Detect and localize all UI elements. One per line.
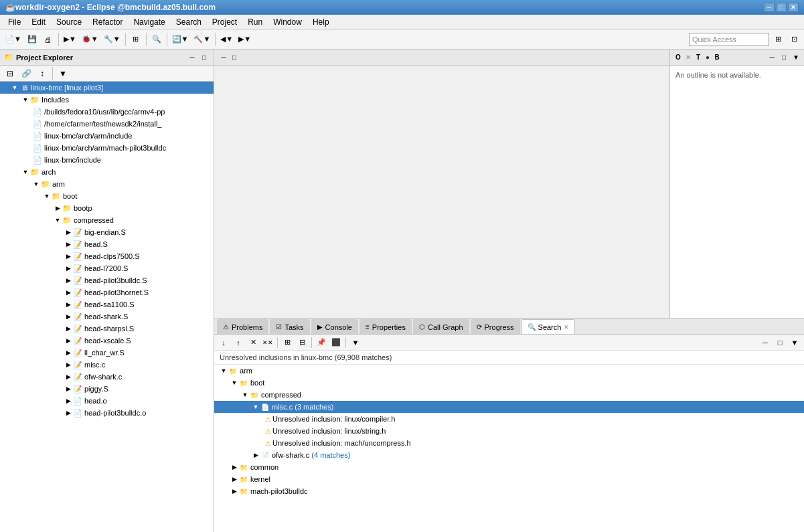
menu-run[interactable]: Run <box>242 16 268 28</box>
run-button[interactable]: ▶▼ <box>62 32 78 47</box>
tree-item-linux-bmc[interactable]: ▼ 🖥 linux-bmc [linux pilot3] <box>0 82 214 94</box>
tree-item-piggy[interactable]: ▶ 📝 piggy.S <box>0 383 214 395</box>
tree-item-head-xscale[interactable]: ▶ 📝 head-xscale.S <box>0 335 214 347</box>
result-kernel[interactable]: ▶ 📁 kernel <box>214 473 804 485</box>
search-next-btn[interactable]: ↓ <box>217 336 230 349</box>
search-toolbar-button[interactable]: 🔍 <box>149 32 164 47</box>
pe-link-editor[interactable]: 🔗 <box>19 66 33 81</box>
tree-item-arm[interactable]: ▼ 📁 arm <box>0 178 214 190</box>
result-err1[interactable]: ⚠ Unresolved inclusion: linux/compiler.h <box>214 413 804 425</box>
tree-item-head-o[interactable]: ▶ 📄 head.o <box>0 395 214 407</box>
refresh-button[interactable]: 🔄▼ <box>170 32 191 47</box>
search-remove-btn[interactable]: ✕ <box>246 336 260 349</box>
close-button[interactable]: ✕ <box>788 3 799 12</box>
tree-item-misc-c[interactable]: ▶ 📝 misc.c <box>0 359 214 371</box>
open-view-button[interactable]: ⊡ <box>787 32 801 47</box>
result-err3[interactable]: ⚠ Unresolved inclusion: mach/uncompress.… <box>214 437 804 449</box>
tree-item-ofw-shark[interactable]: ▶ 📝 ofw-shark.c <box>0 371 214 383</box>
search-stop-btn[interactable]: ⬛ <box>329 336 343 349</box>
result-misc-c[interactable]: ▼ 📄 misc.c (3 matches) <box>214 401 804 413</box>
maximize-button[interactable]: □ <box>776 3 787 12</box>
search-settings-btn[interactable]: ▼ <box>349 336 362 349</box>
pe-menu[interactable]: ▼ <box>56 66 70 81</box>
print-button[interactable]: 🖨 <box>41 32 56 47</box>
tree-item-head-pilot3[interactable]: ▶ 📝 head-pilot3bulldc.S <box>0 274 214 286</box>
quick-access-input[interactable]: Quick Access <box>689 33 769 46</box>
tree-item-inc4[interactable]: 📄 linux-bmc/arch/arm/mach-pilot3bulldc <box>0 142 214 154</box>
pe-minimize-button[interactable]: ─ <box>187 52 197 63</box>
pe-maximize-button[interactable]: □ <box>199 52 210 63</box>
outline-minimize-btn[interactable]: ─ <box>767 52 777 63</box>
editor-minimize-button[interactable]: ─ <box>218 52 229 63</box>
result-common[interactable]: ▶ 📁 common <box>214 461 804 473</box>
search-collapse-btn[interactable]: ⊟ <box>295 336 309 349</box>
menu-source[interactable]: Source <box>51 16 87 28</box>
tree-item-inc2[interactable]: 📄 /home/cfarmer/test/newsdk2/install_ <box>0 118 214 130</box>
tree-item-inc1[interactable]: 📄 /builds/fedora10/usr/lib/gcc/armv4-pp <box>0 106 214 118</box>
minimize-button[interactable]: ─ <box>764 3 775 12</box>
tree-item-inc3[interactable]: 📄 linux-bmc/arch/arm/include <box>0 130 214 142</box>
search-tab-close[interactable]: ✕ <box>564 324 569 331</box>
tree-item-head-s[interactable]: ▶ 📝 head.S <box>0 238 214 250</box>
outline-btn-o[interactable]: O <box>673 52 684 63</box>
open-perspective-button[interactable]: ⊞ <box>771 32 785 47</box>
tab-search[interactable]: 🔍 Search ✕ <box>521 319 576 334</box>
tree-item-ll-char[interactable]: ▶ 📝 ll_char_wr.S <box>0 347 214 359</box>
tab-properties[interactable]: ≡ Properties <box>359 319 412 334</box>
result-err2[interactable]: ⚠ Unresolved inclusion: linux/string.h <box>214 425 804 437</box>
menu-refactor[interactable]: Refactor <box>87 16 128 28</box>
result-arm[interactable]: ▼ 📁 arm <box>214 365 804 377</box>
menu-search[interactable]: Search <box>171 16 207 28</box>
ext-tools-button[interactable]: 🔧▼ <box>102 32 123 47</box>
result-boot[interactable]: ▼ 📁 boot <box>214 377 804 389</box>
tree-item-head-pilot3b[interactable]: ▶ 📄 head-pilot3bulldc.o <box>0 407 214 419</box>
result-ofw-shark[interactable]: ▶ 📄 ofw-shark.c (4 matches) <box>214 449 804 461</box>
search-prev-btn[interactable]: ↑ <box>232 336 245 349</box>
nav-back-button[interactable]: ◀▼ <box>218 32 235 47</box>
search-expand-btn[interactable]: ⊞ <box>280 336 294 349</box>
search-remove-all-btn[interactable]: ✕✕ <box>261 336 274 349</box>
menu-help[interactable]: Help <box>307 16 335 28</box>
perspective-button[interactable]: ⊞ <box>129 32 143 47</box>
tree-item-head-clps[interactable]: ▶ 📝 head-clps7500.S <box>0 250 214 262</box>
tab-call-graph[interactable]: ⬡ Call Graph <box>413 319 469 334</box>
tree-item-head-sharpsl[interactable]: ▶ 📝 head-sharpsl.S <box>0 323 214 335</box>
tree-item-boot[interactable]: ▼ 📁 boot <box>0 190 214 202</box>
tree-item-head-sa1100[interactable]: ▶ 📝 head-sa1100.S <box>0 298 214 311</box>
result-mach[interactable]: ▶ 📁 mach-pilot3bulldc <box>214 485 804 497</box>
save-button[interactable]: 💾 <box>25 32 39 47</box>
search-results[interactable]: ▼ 📁 arm ▼ 📁 boot ▼ 📁 compressed <box>214 365 804 532</box>
debug-button[interactable]: 🐞▼ <box>80 32 100 47</box>
search-pin-btn[interactable]: 📌 <box>315 336 328 349</box>
tree-item-big-endian[interactable]: ▶ 📝 big-endian.S <box>0 226 214 238</box>
result-compressed[interactable]: ▼ 📁 compressed <box>214 389 804 401</box>
new-button[interactable]: 📄▼ <box>3 32 23 47</box>
menu-window[interactable]: Window <box>268 16 307 28</box>
outline-maximize-btn[interactable]: □ <box>779 52 789 63</box>
tab-progress[interactable]: ⟳ Progress <box>471 319 520 334</box>
tree-item-bootp[interactable]: ▶ 📁 bootp <box>0 202 214 214</box>
tree-item-head-shark[interactable]: ▶ 📝 head-shark.S <box>0 311 214 323</box>
search-view-menu-btn[interactable]: ▼ <box>788 336 801 349</box>
tree-item-includes[interactable]: ▼ 📁 Includes <box>0 94 214 106</box>
nav-forward-button[interactable]: ▶▼ <box>236 32 253 47</box>
tree-item-compressed[interactable]: ▼ 📁 compressed <box>0 214 214 226</box>
search-minimize-btn[interactable]: ─ <box>758 336 772 349</box>
tree-item-head-pilot3h[interactable]: ▶ 📝 head-pilot3hornet.S <box>0 286 214 298</box>
tab-console[interactable]: ▶ Console <box>311 319 358 334</box>
outline-btn-t[interactable]: T <box>693 52 704 63</box>
tree-item-inc5[interactable]: 📄 linux-bmc/include <box>0 154 214 166</box>
menu-edit[interactable]: Edit <box>26 16 51 28</box>
tree-item-head-l7200[interactable]: ▶ 📝 head-l7200.S <box>0 262 214 274</box>
search-maximize-btn[interactable]: □ <box>773 336 787 349</box>
tree-item-arch[interactable]: ▼ 📁 arch <box>0 166 214 178</box>
outline-btn-b[interactable]: B <box>712 52 722 63</box>
tab-problems[interactable]: ⚠ Problems <box>217 319 268 334</box>
build-button[interactable]: 🔨▼ <box>191 32 212 47</box>
pe-sync[interactable]: ↕ <box>35 66 50 81</box>
menu-file[interactable]: File <box>3 16 26 28</box>
menu-navigate[interactable]: Navigate <box>128 16 170 28</box>
outline-expand-btn[interactable]: ▼ <box>791 52 801 63</box>
tab-tasks[interactable]: ☑ Tasks <box>270 319 309 334</box>
editor-maximize-button[interactable]: □ <box>229 52 240 63</box>
